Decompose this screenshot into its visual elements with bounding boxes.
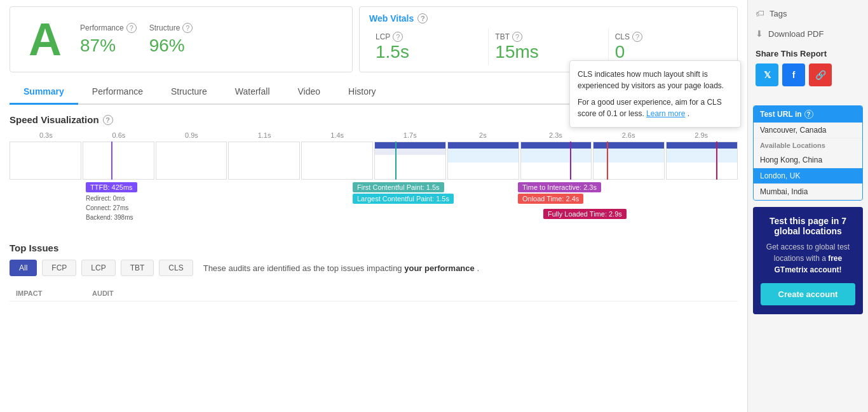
performance-help-icon[interactable]: ?	[126, 23, 137, 33]
structure-value: 96%	[149, 36, 193, 56]
time-labels: 0.3s 0.6s 0.9s 1.1s 1.4s 1.7s 2s 2.3s 2.…	[10, 131, 738, 139]
lcp-vital: LCP ? 1.5s	[369, 29, 489, 65]
col-impact-header: IMPACT	[16, 289, 92, 297]
fcp-marker-line	[395, 142, 397, 180]
performance-label: Performance ?	[80, 23, 137, 33]
social-row: 𝕏 f 🔗	[756, 63, 860, 86]
table-header: IMPACT AUDIT	[10, 286, 738, 302]
screenshot-frame-5	[301, 142, 373, 180]
annotations: TTFB: 425ms Redirect: 0ms Connect: 27ms …	[10, 182, 738, 230]
share-title: Share This Report	[756, 49, 860, 58]
top-issues-section: Top Issues All FCP LCP TBT CLS These aud…	[10, 243, 738, 302]
link-share-button[interactable]: 🔗	[809, 63, 832, 86]
fcp-label: First Contentful Paint: 1.5s	[353, 182, 444, 192]
structure-label: Structure ?	[149, 23, 193, 33]
screenshot-frame-10	[666, 142, 738, 180]
screenshot-frame-6	[374, 142, 446, 180]
create-account-button[interactable]: Create account	[761, 283, 855, 305]
ttfb-marker-line	[111, 142, 112, 180]
ttfb-label: TTFB: 425ms	[86, 182, 137, 192]
cls-tooltip: CLS indicates how much layout shift is e…	[569, 60, 741, 128]
filter-fcp[interactable]: FCP	[42, 260, 76, 276]
screenshot-frame-4	[228, 142, 300, 180]
grade-card: A Performance ? 87% Structure ?	[10, 6, 353, 72]
screenshot-frame-7	[447, 142, 519, 180]
location-london[interactable]: London, UK	[754, 168, 862, 184]
promo-text: Get access to global test locations with…	[761, 241, 855, 276]
fcp-annotation: First Contentful Paint: 1.5s Largest Con…	[353, 182, 454, 204]
cls-help-icon[interactable]: ?	[632, 32, 642, 42]
performance-metric: Performance ? 87%	[80, 23, 137, 56]
test-url-header: Test URL in ?	[754, 106, 862, 123]
screenshot-container	[10, 142, 738, 180]
screenshot-frame-3	[156, 142, 227, 180]
structure-help-icon[interactable]: ?	[182, 23, 193, 33]
filter-lcp[interactable]: LCP	[81, 260, 115, 276]
top-issues-title: Top Issues	[10, 243, 58, 253]
tbt-value: 15ms	[495, 42, 601, 62]
filter-cls[interactable]: CLS	[159, 260, 193, 276]
tab-video[interactable]: Video	[284, 80, 335, 105]
col-audit-header: AUDIT	[92, 289, 731, 297]
tti-label: Time to Interactive: 2.3s	[518, 182, 601, 192]
tab-summary[interactable]: Summary	[10, 80, 78, 105]
web-vitals-title: Web Vitals ?	[369, 13, 728, 23]
screenshot-frame-8	[520, 142, 592, 180]
cls-value: 0	[615, 42, 721, 62]
location-current[interactable]: Vancouver, Canada	[754, 123, 862, 138]
ttfb-details: Redirect: 0ms Connect: 27ms Backend: 398…	[86, 194, 137, 222]
download-icon: ⬇	[756, 29, 763, 39]
tti-marker-line	[570, 142, 571, 180]
sidebar-tags[interactable]: 🏷 Tags	[748, 3, 868, 23]
fully-loaded-annotation: Fully Loaded Time: 2.9s	[543, 209, 627, 219]
facebook-share-button[interactable]: f	[782, 63, 805, 86]
test-url-help-icon[interactable]: ?	[804, 110, 813, 119]
promo-panel: Test this page in 7 global locations Get…	[753, 207, 863, 314]
grade-letter: A	[20, 17, 71, 62]
screenshot-frame-9	[593, 142, 665, 180]
location-hong-kong[interactable]: Hong Kong, China	[754, 152, 862, 168]
tags-icon: 🏷	[756, 8, 764, 18]
fully-loaded-marker-line	[716, 142, 717, 180]
performance-value: 87%	[80, 36, 137, 56]
filter-description: These audits are identified as the top i…	[203, 263, 479, 273]
test-url-panel: Test URL in ? Vancouver, Canada Availabl…	[753, 105, 863, 201]
promo-title: Test this page in 7 global locations	[761, 216, 855, 236]
speed-viz-title: Speed Visualization	[10, 114, 99, 125]
speed-viz-help-icon[interactable]: ?	[103, 115, 113, 125]
onload-marker-line	[607, 142, 608, 180]
available-locations-label: Available Locations	[754, 138, 862, 152]
tti-annotation: Time to Interactive: 2.3s Onload Time: 2…	[518, 182, 601, 205]
filter-all[interactable]: All	[10, 260, 37, 276]
tbt-help-icon[interactable]: ?	[512, 32, 522, 42]
web-vitals-help-icon[interactable]: ?	[417, 13, 428, 23]
fully-loaded-label: Fully Loaded Time: 2.9s	[543, 209, 627, 219]
screenshot-frame-2	[83, 142, 154, 180]
onload-label: Onload Time: 2.4s	[518, 194, 583, 204]
filter-tbt[interactable]: TBT	[121, 260, 154, 276]
structure-metric: Structure ? 96%	[149, 23, 193, 56]
ttfb-annotation: TTFB: 425ms Redirect: 0ms Connect: 27ms …	[86, 182, 137, 222]
tab-structure[interactable]: Structure	[157, 80, 221, 105]
speed-visualization: Speed Visualization ? 0.3s 0.6s 0.9s 1.1…	[10, 114, 738, 230]
tab-history[interactable]: History	[334, 80, 390, 105]
filter-row: All FCP LCP TBT CLS These audits are ide…	[10, 260, 738, 276]
share-section: Share This Report 𝕏 f 🔗	[748, 44, 868, 99]
tab-performance[interactable]: Performance	[78, 80, 157, 105]
twitter-share-button[interactable]: 𝕏	[756, 63, 778, 86]
screenshot-row	[10, 142, 738, 180]
screenshot-frame-1	[10, 142, 81, 180]
sidebar-download-pdf[interactable]: ⬇ Download PDF	[748, 23, 868, 44]
lcp-help-icon[interactable]: ?	[393, 32, 403, 42]
lcp-value: 1.5s	[376, 42, 482, 62]
cls-learn-more-link[interactable]: Learn more	[646, 109, 685, 118]
location-mumbai[interactable]: Mumbai, India	[754, 184, 862, 200]
tab-waterfall[interactable]: Waterfall	[221, 80, 284, 105]
sidebar: 🏷 Tags ⬇ Download PDF Share This Report …	[747, 0, 868, 412]
lcp-label: Largest Contentful Paint: 1.5s	[353, 194, 454, 204]
